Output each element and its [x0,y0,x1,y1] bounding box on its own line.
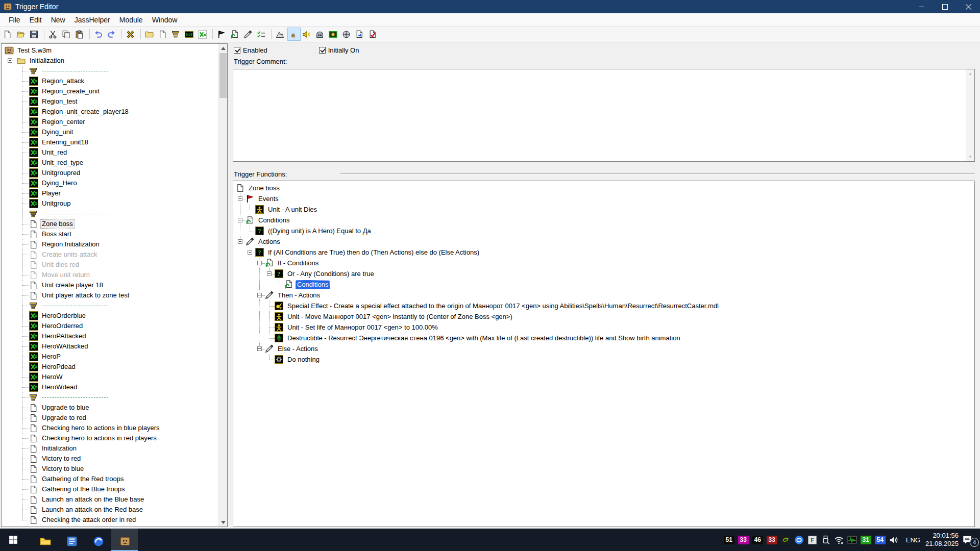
tray-badge[interactable]: 51 [724,536,734,544]
tray-badge[interactable]: 46 [752,536,763,544]
tree-item[interactable]: Unit dies red [4,260,218,270]
expander[interactable] [257,293,262,297]
tray-badge[interactable]: 33 [767,536,777,544]
tree-item[interactable]: If - Conditions [235,258,974,268]
tree-item[interactable]: ?If (All Conditions are True) then do (T… [235,247,974,258]
tree-item[interactable] [4,66,218,76]
tray-speaker-icon[interactable] [889,535,899,545]
tree-item[interactable]: Region_create_unit [4,86,218,96]
new-trigger-comment-button[interactable] [170,28,183,41]
tree-item[interactable]: Checking the attack order in red [4,515,218,525]
tree-item[interactable]: Unit create player 18 [4,280,218,290]
tree-item[interactable]: Gathering of the Blue troops [4,484,218,494]
tree-item[interactable]: Unitgroupred [4,168,218,178]
tree-item[interactable]: Conditions [235,215,974,226]
tree-item[interactable]: Unit_red_type [4,158,218,168]
tree-item[interactable]: Events [235,193,974,204]
expander[interactable] [238,239,242,244]
taskbar-app-blue[interactable] [58,529,85,551]
sound-editor-button[interactable] [301,28,314,41]
tree-item[interactable]: HeroOrderred [4,321,218,331]
tree-item[interactable]: Launch an attack on the Red base [4,505,218,515]
initially-on-checkbox[interactable]: Initially On [319,46,359,55]
new-event-button[interactable] [215,28,229,41]
tree-item[interactable]: Victory to red [4,454,218,464]
tree-item[interactable]: Test S.w3m [4,45,218,56]
tree-item[interactable]: Victory to blue [4,464,218,474]
expander[interactable] [8,58,12,63]
tree-item[interactable]: HeroW [4,372,218,382]
tree-item[interactable]: ?Or - Any (Conditions) are true [235,268,974,279]
expander[interactable] [238,196,242,201]
check-syntax-button[interactable] [255,28,268,41]
menu-module[interactable]: Module [115,14,148,26]
tree-item[interactable]: Dying_unit [4,127,218,137]
object-editor-button[interactable] [314,28,327,41]
redo-button[interactable] [106,28,119,41]
new-condition-button[interactable] [229,28,242,41]
tree-item[interactable]: Actions [235,236,974,247]
convert-custom-text-button[interactable]: 010 [183,28,197,41]
new-category-button[interactable] [143,28,157,41]
tree-item[interactable]: Region_unit_create_player18 [4,107,218,117]
comment-scrollbar[interactable]: ▲ ▼ [966,69,974,161]
tree-item[interactable]: Unit - A unit Dies [235,204,974,215]
language-indicator[interactable]: ENG [906,536,920,544]
tree-item[interactable]: Then - Actions [235,290,974,300]
tray-badge[interactable]: 54 [875,536,886,544]
cut-button[interactable] [47,28,60,41]
tree-item[interactable]: Gathering of the Red troops [4,474,218,484]
tree-item[interactable]: HeroWdead [4,382,218,392]
save-map-button[interactable] [28,28,41,41]
tree-item[interactable]: Checking hero to actions in red players [4,433,218,443]
tree-item[interactable]: Upgrade to red [4,413,218,423]
tree-item[interactable]: Region_test [4,96,218,107]
maximize-button[interactable] [933,0,957,13]
tree-item[interactable]: Launch an attack on the Blue base [4,494,218,505]
expander[interactable] [257,346,262,351]
trigger-comment-input[interactable]: ▲ ▼ [233,69,975,162]
object-manager-button[interactable] [354,28,367,41]
tree-item[interactable]: Region_center [4,117,218,127]
tree-item[interactable]: Zone boss [235,183,974,193]
enabled-checkbox[interactable]: Enabled [234,46,267,55]
tray-monitor-icon[interactable] [847,535,857,545]
tree-item[interactable]: Entering_unit18 [4,137,218,147]
taskbar-file-explorer[interactable] [32,529,58,551]
start-button[interactable] [0,529,27,551]
tree-item[interactable]: Unit - Set life of Маннорот 0017 <gen> t… [235,322,974,333]
paste-button[interactable] [74,28,87,41]
tree-item[interactable]: Unitgroup [4,198,218,209]
menu-new[interactable]: New [46,14,70,26]
scroll-down-icon[interactable]: ▼ [966,153,974,161]
tree-item[interactable]: Upgrade to blue [4,403,218,413]
taskbar-world-editor[interactable] [111,529,138,551]
close-button[interactable] [957,0,980,13]
action-center-icon[interactable]: 4 [962,534,975,545]
menu-file[interactable]: File [4,14,25,26]
tray-wifi-icon[interactable] [834,535,844,545]
trigger-editor-button[interactable]: a [287,28,301,41]
scroll-up-icon[interactable] [219,44,227,53]
tree-item[interactable]: Conditions [235,279,974,290]
tree-item[interactable]: Region_attack [4,76,218,86]
tree-item[interactable]: Unit player attack to zone test [4,290,218,300]
tree-item[interactable]: Unit - Move Маннорот 0017 <gen> instantl… [235,311,974,322]
tree-item[interactable]: ?((Dying unit) is A Hero) Equal to Да [235,226,974,236]
tree-item[interactable]: Destructible - Resurrect Энергетическая … [235,333,974,343]
tree-item[interactable]: Region Initialization [4,239,218,249]
tree-item[interactable]: Move unit return [4,270,218,280]
tree-item[interactable]: Checking hero to actions in blue players [4,423,218,433]
new-action-button[interactable] [242,28,255,41]
scrollbar-thumb[interactable] [219,53,227,98]
tray-badge[interactable]: 31 [861,536,871,544]
tree-item[interactable]: Special Effect - Create a special effect… [235,300,974,311]
tree-item[interactable]: Initialization [4,56,218,66]
left-tree-scrollbar[interactable] [218,44,227,527]
scroll-up-icon[interactable]: ▲ [966,69,974,78]
taskbar-clock[interactable]: 20:01:56 21.08.2025 [925,532,959,548]
undo-button[interactable] [92,28,106,41]
campaign-editor-button[interactable] [327,28,340,41]
tree-item[interactable] [4,392,218,403]
tree-item[interactable]: Do nothing [235,354,974,365]
